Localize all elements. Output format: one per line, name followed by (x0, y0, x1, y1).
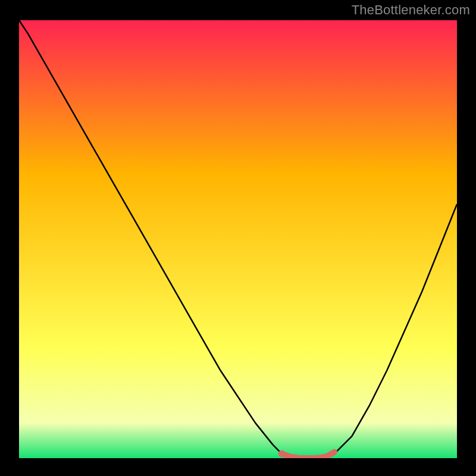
gradient-background (19, 20, 457, 458)
optimal-start-dot (278, 450, 286, 458)
plot-area (19, 20, 457, 458)
brand-watermark: TheBottleneker.com (352, 2, 470, 18)
chart-frame: TheBottleneker.com (0, 0, 476, 476)
bottleneck-chart (19, 20, 457, 458)
